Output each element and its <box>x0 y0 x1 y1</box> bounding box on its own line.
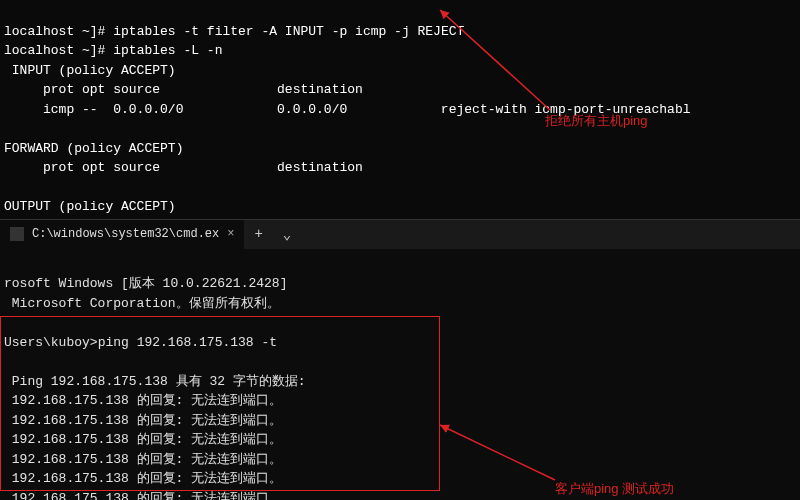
new-tab-button[interactable]: + <box>244 226 272 242</box>
terminal-line: 192.168.175.138 的回复: 无法连到端口。 <box>4 471 282 486</box>
terminal-line: prot opt source destination <box>4 82 363 97</box>
terminal-line: 192.168.175.138 的回复: 无法连到端口。 <box>4 432 282 447</box>
annotation-top: 拒绝所有主机ping <box>545 112 648 130</box>
terminal-line: INPUT (policy ACCEPT) <box>4 63 176 78</box>
terminal-line: localhost ~]# iptables -t filter -A INPU… <box>4 24 464 39</box>
terminal-line: localhost ~]# iptables -L -n <box>4 43 222 58</box>
terminal-tabbar: C:\windows\system32\cmd.ex × + ⌄ <box>0 219 800 249</box>
terminal-line: Ping 192.168.175.138 具有 32 字节的数据: <box>4 374 306 389</box>
tab-title: C:\windows\system32\cmd.ex <box>32 227 219 241</box>
terminal-line: 192.168.175.138 的回复: 无法连到端口。 <box>4 413 282 428</box>
terminal-line: 192.168.175.138 的回复: 无法连到端口。 <box>4 393 282 408</box>
terminal-line: Users\kuboy>ping 192.168.175.138 -t <box>4 335 277 350</box>
terminal-line: FORWARD (policy ACCEPT) <box>4 141 183 156</box>
terminal-line: prot opt source destination <box>4 160 363 175</box>
terminal-line: rosoft Windows [版本 10.0.22621.2428] <box>4 276 287 291</box>
close-icon[interactable]: × <box>227 227 234 241</box>
terminal-line: 192.168.175.138 的回复: 无法连到端口。 <box>4 452 282 467</box>
terminal-line: 192.168.175.138 的回复: 无法连到端口。 <box>4 491 282 501</box>
cmd-icon <box>10 227 24 241</box>
cmd-tab[interactable]: C:\windows\system32\cmd.ex × <box>0 220 244 249</box>
cmd-terminal[interactable]: rosoft Windows [版本 10.0.22621.2428] Micr… <box>0 249 800 501</box>
tab-dropdown-icon[interactable]: ⌄ <box>273 226 301 243</box>
annotation-bottom: 客户端ping 测试成功 <box>555 480 674 498</box>
terminal-line: Microsoft Corporation。保留所有权利。 <box>4 296 280 311</box>
linux-terminal[interactable]: localhost ~]# iptables -t filter -A INPU… <box>0 0 800 219</box>
terminal-line: OUTPUT (policy ACCEPT) <box>4 199 176 214</box>
